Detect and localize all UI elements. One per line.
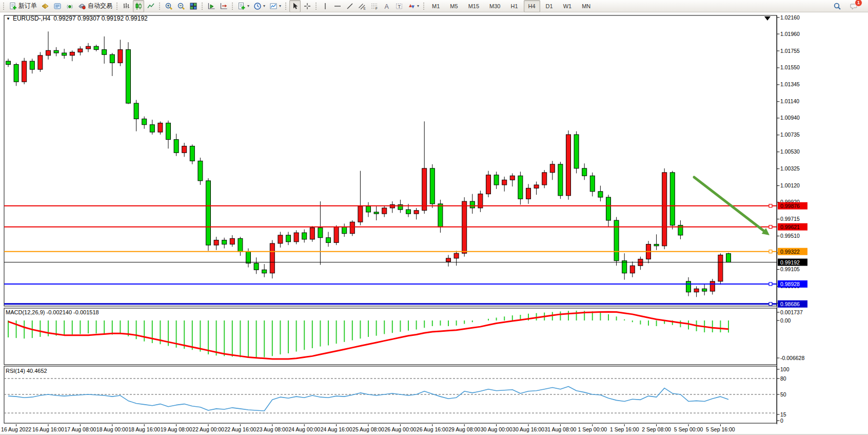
search-icon xyxy=(833,2,841,10)
level-line-handle xyxy=(769,250,772,253)
candle-body xyxy=(310,228,314,239)
tf-m30-button[interactable]: M30 xyxy=(485,0,505,12)
candle-body xyxy=(358,206,363,222)
price-tick-label: 0.99105 xyxy=(780,266,800,272)
fibonacci-button[interactable]: F xyxy=(369,0,380,12)
shapes-icon xyxy=(407,2,416,10)
indicators-button[interactable]: ▾ xyxy=(236,0,251,12)
chart-menu-icon[interactable]: ▼ xyxy=(6,16,10,21)
tf-m5-button[interactable]: M5 xyxy=(445,0,462,12)
tile-windows-icon xyxy=(189,2,198,10)
tf-h4-button[interactable]: H4 xyxy=(524,0,540,12)
new-order-button[interactable]: 新订单 xyxy=(7,0,38,12)
mt4-terminal: { "toolbar": { "notifications_count": "1… xyxy=(0,0,868,435)
candle-body xyxy=(566,135,571,196)
vertical-line-button[interactable] xyxy=(320,0,331,12)
zoom-out-button[interactable] xyxy=(175,0,187,12)
tf-m1-button-label: M1 xyxy=(429,3,443,10)
time-axis-label: 22 Aug 16:00 xyxy=(224,426,256,432)
trendline-icon xyxy=(346,2,354,10)
periods-button[interactable]: ▾ xyxy=(252,0,267,12)
time-axis-label: 19 Aug 08:00 xyxy=(161,426,192,432)
candlestick-button[interactable] xyxy=(133,0,144,12)
zoom-in-button[interactable] xyxy=(163,0,174,12)
tf-m30-button-label: M30 xyxy=(486,3,503,10)
candle-body xyxy=(166,123,171,140)
candle-body xyxy=(22,61,27,82)
time-axis-label: 29 Aug 08:00 xyxy=(448,426,480,432)
autotrading-button[interactable]: 自动交易 xyxy=(76,0,114,12)
candle-body xyxy=(422,168,427,211)
trendline-button[interactable] xyxy=(344,0,356,12)
dropdown-caret-icon[interactable]: ▾ xyxy=(417,4,419,8)
level-line-handle xyxy=(769,204,772,207)
candle-body xyxy=(254,263,259,270)
macd-pane xyxy=(4,308,777,365)
tile-windows-button[interactable] xyxy=(188,0,199,12)
price-tick-label: 1.01755 xyxy=(780,48,800,54)
time-axis-label: 26 Aug 00:00 xyxy=(384,426,416,432)
horizontal-line-button[interactable] xyxy=(332,0,343,12)
shapes-button[interactable]: ▾ xyxy=(406,0,421,12)
time-axis-label: 22 Aug 00:00 xyxy=(192,426,224,432)
search-button[interactable] xyxy=(832,0,843,12)
candle-body xyxy=(414,211,419,214)
notifications-button[interactable]: 1 xyxy=(848,0,859,12)
candle-body xyxy=(86,46,91,49)
zoom-in-icon xyxy=(165,2,173,10)
candle-body xyxy=(694,289,699,292)
candle-body xyxy=(326,238,331,243)
level-line-handle xyxy=(769,225,772,229)
candle-body xyxy=(302,233,307,239)
channel-button[interactable]: E xyxy=(357,0,368,12)
candle-body xyxy=(102,50,107,55)
bar-chart-button[interactable] xyxy=(121,0,132,12)
candle-body xyxy=(382,208,387,214)
toolbar-grip xyxy=(315,2,317,10)
dropdown-caret-icon[interactable]: ▾ xyxy=(247,4,249,8)
candle-body xyxy=(238,238,243,252)
signals-button[interactable] xyxy=(64,0,75,12)
dropdown-caret-icon[interactable]: ▾ xyxy=(263,4,265,8)
dropdown-caret-icon[interactable]: ▾ xyxy=(279,4,281,8)
candle-body xyxy=(702,289,707,291)
auto-scroll-icon xyxy=(207,2,215,10)
level-price-label-text: 0.99876 xyxy=(780,203,800,209)
chart-shift-button[interactable] xyxy=(218,0,229,12)
candle-body xyxy=(334,227,339,243)
toolbar-groups: 新订单自动交易▾▾▾EFAT▾M1M5M15M30H1H4D1W1MN xyxy=(1,0,596,12)
tf-m15-button[interactable]: M15 xyxy=(464,0,484,12)
text-button[interactable]: A xyxy=(381,0,392,12)
price-chart[interactable]: 1.021601.019601.017551.015501.013451.011… xyxy=(0,0,868,435)
templates-button[interactable]: ▾ xyxy=(268,0,283,12)
level-price-label-text: 0.98928 xyxy=(780,281,800,287)
candle-body xyxy=(150,125,154,132)
tf-w1-button[interactable]: W1 xyxy=(559,0,577,12)
candle-body xyxy=(654,244,659,246)
level-price-label-text: 0.99192 xyxy=(780,259,800,266)
market-watch-button[interactable] xyxy=(40,0,51,12)
rsi-scale-label: 50 xyxy=(780,391,786,398)
notification-badge: 1 xyxy=(855,0,862,7)
auto-scroll-button[interactable] xyxy=(206,0,217,12)
tf-h1-button[interactable]: H1 xyxy=(506,0,522,12)
data-window-button[interactable] xyxy=(52,0,63,12)
candle-body xyxy=(574,135,579,168)
new-order-icon xyxy=(9,2,17,10)
tf-m1-button[interactable]: M1 xyxy=(427,0,444,12)
candle-body xyxy=(510,176,515,180)
level-price-label-text: 0.99322 xyxy=(780,249,800,255)
cursor-button[interactable] xyxy=(289,0,301,12)
candle-body xyxy=(270,243,274,273)
tf-d1-button[interactable]: D1 xyxy=(541,0,558,12)
tf-mn-button[interactable]: MN xyxy=(577,0,595,12)
candle-body xyxy=(190,146,194,161)
template-icon xyxy=(269,2,278,10)
line-chart-button[interactable] xyxy=(145,0,156,12)
crosshair-button[interactable] xyxy=(302,0,313,12)
time-axis-label: 2 Sep 08:00 xyxy=(642,426,671,432)
label-button[interactable]: T xyxy=(393,0,405,12)
rsi-scale-label: 0 xyxy=(780,418,783,424)
rsi-indicator-label: RSI(14) 40.4652 xyxy=(6,368,47,374)
price-tick-label: 0.99715 xyxy=(780,216,800,222)
